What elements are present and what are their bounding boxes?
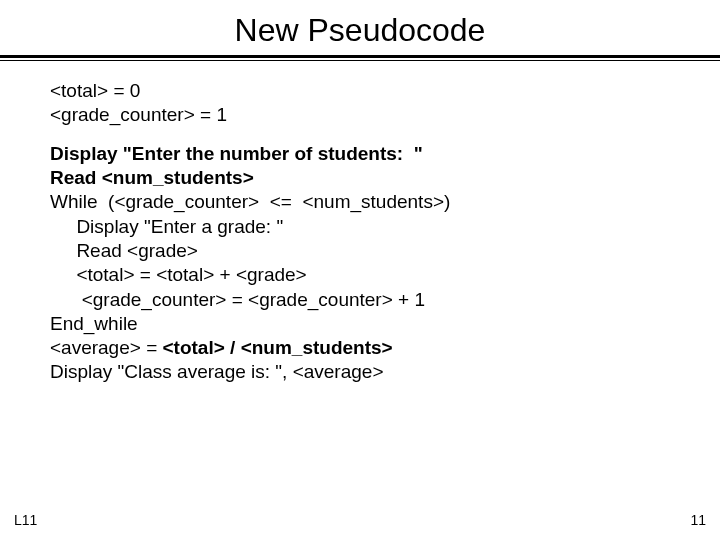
code-line: <grade_counter> = 1	[50, 103, 670, 127]
code-line: Read <num_students>	[50, 167, 254, 188]
code-line: <grade_counter> = <grade_counter> + 1	[50, 289, 425, 310]
footer-left: L11	[14, 512, 37, 528]
code-line: End_while	[50, 313, 138, 334]
code-line: Read <grade>	[50, 240, 198, 261]
code-line: <average> = <total> / <num_students>	[50, 337, 393, 358]
code-line: Display "Enter the number of students: "	[50, 143, 423, 164]
pseudocode-block: Display "Enter the number of students: "…	[50, 142, 670, 385]
slide: New Pseudocode <total> = 0 <grade_counte…	[0, 0, 720, 540]
code-line: Display "Class average is: ", <average>	[50, 361, 383, 382]
footer-right: 11	[690, 512, 706, 528]
divider-thick	[0, 55, 720, 58]
slide-title: New Pseudocode	[0, 0, 720, 55]
init-block: <total> = 0 <grade_counter> = 1	[50, 79, 670, 128]
code-fragment: <total> / <num_students>	[163, 337, 393, 358]
code-line: While (<grade_counter> <= <num_students>…	[50, 191, 450, 212]
slide-body: <total> = 0 <grade_counter> = 1 Display …	[0, 61, 720, 385]
code-line: <total> = 0	[50, 79, 670, 103]
code-fragment: <average> =	[50, 337, 163, 358]
code-line: Display "Enter a grade: "	[50, 216, 283, 237]
code-line: <total> = <total> + <grade>	[50, 264, 307, 285]
